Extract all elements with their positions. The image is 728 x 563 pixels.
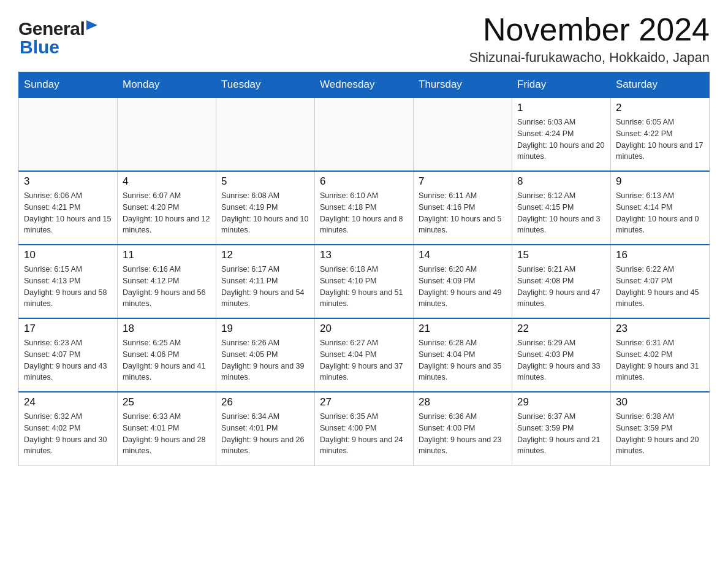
day-number: 15	[517, 249, 605, 261]
col-monday: Monday	[118, 72, 216, 98]
calendar-cell: 6Sunrise: 6:10 AMSunset: 4:18 PMDaylight…	[315, 171, 414, 245]
calendar-cell: 30Sunrise: 6:38 AMSunset: 3:59 PMDayligh…	[611, 392, 710, 465]
day-info: Sunrise: 6:32 AMSunset: 4:02 PMDaylight:…	[24, 411, 112, 457]
calendar-cell: 28Sunrise: 6:36 AMSunset: 4:00 PMDayligh…	[414, 392, 512, 465]
day-info: Sunrise: 6:29 AMSunset: 4:03 PMDaylight:…	[517, 337, 605, 383]
day-number: 11	[123, 249, 211, 261]
day-number: 2	[616, 102, 704, 114]
calendar-cell: 11Sunrise: 6:16 AMSunset: 4:12 PMDayligh…	[118, 245, 216, 318]
svg-marker-0	[86, 20, 97, 30]
day-number: 9	[616, 175, 704, 188]
day-info: Sunrise: 6:31 AMSunset: 4:02 PMDaylight:…	[616, 337, 704, 383]
calendar-cell: 20Sunrise: 6:27 AMSunset: 4:04 PMDayligh…	[315, 318, 414, 392]
day-number: 28	[419, 396, 507, 408]
day-number: 7	[419, 175, 507, 188]
logo-general-text: General	[18, 18, 85, 39]
day-number: 21	[419, 323, 507, 335]
calendar-cell: 23Sunrise: 6:31 AMSunset: 4:02 PMDayligh…	[611, 318, 710, 392]
calendar-cell: 3Sunrise: 6:06 AMSunset: 4:21 PMDaylight…	[19, 171, 118, 245]
calendar-header-row: Sunday Monday Tuesday Wednesday Thursday…	[19, 72, 710, 98]
location-subtitle: Shizunai-furukawacho, Hokkaido, Japan	[469, 50, 710, 66]
day-number: 17	[24, 323, 112, 335]
col-tuesday: Tuesday	[216, 72, 315, 98]
logo: General Blue	[18, 12, 97, 58]
calendar-week-row: 24Sunrise: 6:32 AMSunset: 4:02 PMDayligh…	[19, 392, 710, 465]
day-number: 25	[123, 396, 211, 408]
calendar-cell	[414, 98, 512, 171]
logo-flag-icon	[86, 20, 97, 33]
day-number: 12	[221, 249, 309, 261]
calendar-cell: 8Sunrise: 6:12 AMSunset: 4:15 PMDaylight…	[512, 171, 611, 245]
calendar-cell: 16Sunrise: 6:22 AMSunset: 4:07 PMDayligh…	[611, 245, 710, 318]
calendar-cell: 13Sunrise: 6:18 AMSunset: 4:10 PMDayligh…	[315, 245, 414, 318]
day-number: 5	[221, 175, 309, 188]
calendar-cell: 26Sunrise: 6:34 AMSunset: 4:01 PMDayligh…	[216, 392, 315, 465]
day-number: 6	[320, 175, 408, 188]
title-block: November 2024 Shizunai-furukawacho, Hokk…	[469, 12, 710, 66]
day-info: Sunrise: 6:10 AMSunset: 4:18 PMDaylight:…	[320, 190, 408, 236]
day-info: Sunrise: 6:35 AMSunset: 4:00 PMDaylight:…	[320, 411, 408, 457]
day-number: 8	[517, 175, 605, 188]
calendar-cell: 9Sunrise: 6:13 AMSunset: 4:14 PMDaylight…	[611, 171, 710, 245]
day-info: Sunrise: 6:25 AMSunset: 4:06 PMDaylight:…	[123, 337, 211, 383]
calendar-cell: 12Sunrise: 6:17 AMSunset: 4:11 PMDayligh…	[216, 245, 315, 318]
calendar-cell: 19Sunrise: 6:26 AMSunset: 4:05 PMDayligh…	[216, 318, 315, 392]
page-header: General Blue November 2024 Shizunai-furu…	[18, 12, 710, 66]
day-number: 29	[517, 396, 605, 408]
day-number: 10	[24, 249, 112, 261]
day-number: 19	[221, 323, 309, 335]
calendar-cell: 7Sunrise: 6:11 AMSunset: 4:16 PMDaylight…	[414, 171, 512, 245]
day-info: Sunrise: 6:20 AMSunset: 4:09 PMDaylight:…	[419, 264, 507, 310]
month-title: November 2024	[469, 12, 710, 47]
day-info: Sunrise: 6:05 AMSunset: 4:22 PMDaylight:…	[616, 117, 704, 163]
calendar-cell	[19, 98, 118, 171]
col-thursday: Thursday	[414, 72, 512, 98]
day-number: 4	[123, 175, 211, 188]
day-info: Sunrise: 6:37 AMSunset: 3:59 PMDaylight:…	[517, 411, 605, 457]
day-number: 3	[24, 175, 112, 188]
day-info: Sunrise: 6:38 AMSunset: 3:59 PMDaylight:…	[616, 411, 704, 457]
day-number: 27	[320, 396, 408, 408]
calendar-cell: 10Sunrise: 6:15 AMSunset: 4:13 PMDayligh…	[19, 245, 118, 318]
calendar-cell	[315, 98, 414, 171]
day-info: Sunrise: 6:13 AMSunset: 4:14 PMDaylight:…	[616, 190, 704, 236]
day-info: Sunrise: 6:36 AMSunset: 4:00 PMDaylight:…	[419, 411, 507, 457]
calendar-cell: 29Sunrise: 6:37 AMSunset: 3:59 PMDayligh…	[512, 392, 611, 465]
logo-blue-text: Blue	[20, 37, 59, 58]
day-info: Sunrise: 6:06 AMSunset: 4:21 PMDaylight:…	[24, 190, 112, 236]
calendar-table: Sunday Monday Tuesday Wednesday Thursday…	[18, 72, 710, 466]
day-info: Sunrise: 6:03 AMSunset: 4:24 PMDaylight:…	[517, 117, 605, 163]
day-info: Sunrise: 6:16 AMSunset: 4:12 PMDaylight:…	[123, 264, 211, 310]
calendar-cell: 18Sunrise: 6:25 AMSunset: 4:06 PMDayligh…	[118, 318, 216, 392]
calendar-cell: 4Sunrise: 6:07 AMSunset: 4:20 PMDaylight…	[118, 171, 216, 245]
day-number: 14	[419, 249, 507, 261]
calendar-cell: 1Sunrise: 6:03 AMSunset: 4:24 PMDaylight…	[512, 98, 611, 171]
col-sunday: Sunday	[19, 72, 118, 98]
calendar-cell: 22Sunrise: 6:29 AMSunset: 4:03 PMDayligh…	[512, 318, 611, 392]
day-info: Sunrise: 6:15 AMSunset: 4:13 PMDaylight:…	[24, 264, 112, 310]
day-info: Sunrise: 6:08 AMSunset: 4:19 PMDaylight:…	[221, 190, 309, 236]
day-number: 1	[517, 102, 605, 114]
day-number: 16	[616, 249, 704, 261]
day-info: Sunrise: 6:17 AMSunset: 4:11 PMDaylight:…	[221, 264, 309, 310]
day-info: Sunrise: 6:23 AMSunset: 4:07 PMDaylight:…	[24, 337, 112, 383]
calendar-cell	[216, 98, 315, 171]
day-info: Sunrise: 6:11 AMSunset: 4:16 PMDaylight:…	[419, 190, 507, 236]
day-info: Sunrise: 6:34 AMSunset: 4:01 PMDaylight:…	[221, 411, 309, 457]
calendar-cell: 15Sunrise: 6:21 AMSunset: 4:08 PMDayligh…	[512, 245, 611, 318]
calendar-cell: 14Sunrise: 6:20 AMSunset: 4:09 PMDayligh…	[414, 245, 512, 318]
calendar-cell: 21Sunrise: 6:28 AMSunset: 4:04 PMDayligh…	[414, 318, 512, 392]
day-number: 23	[616, 323, 704, 335]
day-info: Sunrise: 6:26 AMSunset: 4:05 PMDaylight:…	[221, 337, 309, 383]
calendar-cell: 24Sunrise: 6:32 AMSunset: 4:02 PMDayligh…	[19, 392, 118, 465]
day-number: 18	[123, 323, 211, 335]
calendar-week-row: 17Sunrise: 6:23 AMSunset: 4:07 PMDayligh…	[19, 318, 710, 392]
day-info: Sunrise: 6:18 AMSunset: 4:10 PMDaylight:…	[320, 264, 408, 310]
calendar-cell: 25Sunrise: 6:33 AMSunset: 4:01 PMDayligh…	[118, 392, 216, 465]
calendar-week-row: 3Sunrise: 6:06 AMSunset: 4:21 PMDaylight…	[19, 171, 710, 245]
day-info: Sunrise: 6:27 AMSunset: 4:04 PMDaylight:…	[320, 337, 408, 383]
calendar-cell	[118, 98, 216, 171]
day-number: 30	[616, 396, 704, 408]
day-info: Sunrise: 6:33 AMSunset: 4:01 PMDaylight:…	[123, 411, 211, 457]
day-number: 20	[320, 323, 408, 335]
